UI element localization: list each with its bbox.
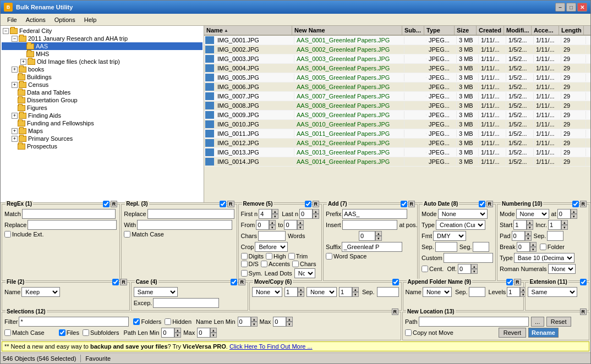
numbering-start-input[interactable]: [513, 220, 527, 230]
remove-non-select[interactable]: Non: [294, 268, 315, 278]
tree-item[interactable]: Dissertation Group: [2, 96, 203, 104]
movecopy-num2-input[interactable]: [339, 287, 352, 297]
selections-namelen-max-down[interactable]: ▾: [286, 322, 293, 327]
newlocation-browse-button[interactable]: ...: [531, 317, 544, 327]
remove-digits-checkbox[interactable]: [241, 253, 248, 260]
movecopy-num2-down[interactable]: ▾: [352, 292, 359, 297]
tree-item[interactable]: Funding and Fellowships: [2, 119, 203, 127]
minimize-button[interactable]: –: [555, 3, 565, 12]
movecopy-num2-up[interactable]: ▴: [352, 287, 359, 292]
replace-with-input[interactable]: [137, 220, 232, 230]
regex-replace-input[interactable]: [28, 220, 117, 230]
appendfolder-sep-input[interactable]: [469, 287, 485, 297]
newlocation-rename-button[interactable]: Rename: [528, 328, 559, 338]
autodate-mode-select[interactable]: None Prefix Suffix Insert: [438, 209, 488, 219]
remove-crop-select[interactable]: Before After: [255, 242, 288, 252]
selections-namelen-min-down[interactable]: ▾: [251, 322, 258, 327]
autodate-off-down[interactable]: ▾: [471, 269, 478, 274]
newlocation-r-button[interactable]: R: [580, 308, 587, 315]
table-row[interactable]: IMG_0001.JPG AAS_0001_Greenleaf Papers.J…: [204, 36, 590, 45]
remove-enabled-checkbox[interactable]: [305, 201, 311, 207]
numbering-incr-down[interactable]: ▾: [561, 225, 568, 230]
movecopy-mode2-select[interactable]: None: [307, 287, 337, 297]
appendfolder-enabled-checkbox[interactable]: [506, 279, 513, 285]
autodate-type-select[interactable]: Creation (Cur... Modified Accessed: [436, 220, 485, 230]
maximize-button[interactable]: □: [566, 3, 576, 12]
autodate-off-input[interactable]: [458, 264, 471, 274]
menu-help[interactable]: Help: [80, 15, 101, 24]
col-header-created[interactable]: Created: [477, 26, 504, 35]
add-prefix-input[interactable]: [342, 209, 407, 219]
remove-lastn-down[interactable]: ▾: [313, 214, 319, 219]
numbering-type-select[interactable]: Base 10 (Decimal) Base 8 (Octal) Base 16…: [514, 253, 574, 263]
table-row[interactable]: IMG_0005.JPG AAS_0005_Greenleaf Papers.J…: [204, 73, 590, 82]
selections-pathlen-min-input[interactable]: [161, 328, 174, 338]
remove-trim-checkbox[interactable]: [288, 253, 295, 260]
tree-item[interactable]: + Census: [2, 81, 203, 89]
col-header-sub[interactable]: Sub...: [402, 26, 424, 35]
regex-match-input[interactable]: [22, 209, 116, 219]
tree-item[interactable]: Buildings: [2, 73, 203, 81]
autodate-fmt-select[interactable]: DMY MDY YMD: [433, 231, 466, 241]
remove-firstn-input[interactable]: [259, 209, 272, 219]
selections-hidden-checkbox[interactable]: [165, 318, 171, 325]
remove-high-checkbox[interactable]: [266, 253, 272, 260]
selections-pathlen-max-down[interactable]: ▾: [210, 333, 217, 338]
remove-ds-checkbox[interactable]: [241, 261, 248, 267]
case-select[interactable]: Same Upper Lower Title Sentence: [134, 287, 178, 297]
table-row[interactable]: IMG_0004.JPG AAS_0004_Greenleaf Papers.J…: [204, 64, 590, 73]
tree-item[interactable]: Figures: [2, 104, 203, 112]
tree-item[interactable]: Data and Tables: [2, 89, 203, 96]
remove-to-input[interactable]: [284, 220, 297, 230]
table-row[interactable]: IMG_0012.JPG AAS_0012_Greenleaf Papers.J…: [204, 139, 590, 148]
selections-namelen-min-up[interactable]: ▴: [251, 317, 258, 322]
add-enabled-checkbox[interactable]: [401, 201, 407, 207]
tree-expand-icon[interactable]: +: [12, 67, 18, 73]
tree-item[interactable]: + Primary Sources: [2, 135, 203, 142]
table-row[interactable]: IMG_0010.JPG AAS_0010_Greenleaf Papers.J…: [204, 120, 590, 129]
remove-firstn-down[interactable]: ▾: [272, 214, 278, 219]
movecopy-num1-input[interactable]: [284, 287, 298, 297]
numbering-start-down[interactable]: ▾: [527, 225, 533, 230]
numbering-pad-input[interactable]: [512, 231, 525, 241]
table-row[interactable]: IMG_0014.JPG AAS_0014_Greenleaf Papers.J…: [204, 157, 590, 167]
col-header-name[interactable]: Name ▲: [204, 26, 292, 35]
newlocation-copynotmove-checkbox[interactable]: [405, 329, 412, 336]
menu-options[interactable]: Options: [50, 15, 80, 24]
selections-pathlen-min-up[interactable]: ▴: [174, 328, 181, 333]
tree-item[interactable]: MHS: [2, 50, 203, 58]
remove-accents-checkbox[interactable]: [261, 261, 267, 267]
tree-item[interactable]: − 2011 January Research and AHA trip: [2, 35, 203, 42]
numbering-at-input[interactable]: [557, 209, 571, 219]
selections-r-button[interactable]: R: [392, 308, 399, 315]
autodate-off-up[interactable]: ▴: [471, 264, 478, 269]
numbering-enabled-checkbox[interactable]: [572, 201, 579, 207]
close-button[interactable]: ✕: [577, 3, 587, 12]
numbering-folder-checkbox[interactable]: [540, 244, 546, 250]
tree-expand-icon[interactable]: −: [3, 28, 9, 34]
numbering-break-input[interactable]: [517, 242, 530, 252]
case-enabled-checkbox[interactable]: [231, 279, 237, 285]
table-row[interactable]: IMG_0006.JPG AAS_0006_Greenleaf Papers.J…: [204, 82, 590, 92]
numbering-sep-input[interactable]: [547, 231, 563, 241]
add-insert-input[interactable]: [342, 220, 397, 230]
remove-lastn-input[interactable]: [299, 209, 313, 219]
table-row[interactable]: IMG_0013.JPG AAS_0013_Greenleaf Papers.J…: [204, 148, 590, 157]
selections-filter-input[interactable]: [19, 317, 129, 327]
add-wordspace-checkbox[interactable]: [326, 253, 332, 260]
remove-chars-input[interactable]: [258, 231, 286, 241]
col-header-type[interactable]: Type: [424, 26, 455, 35]
tree-expand-icon[interactable]: −: [12, 36, 18, 42]
remove-r-button[interactable]: R: [313, 201, 320, 207]
autodate-cent-checkbox[interactable]: [422, 266, 428, 272]
extension-enabled-checkbox[interactable]: [580, 279, 587, 285]
menu-actions[interactable]: Actions: [21, 15, 50, 24]
ad-notice-link[interactable]: Click Here To Find Out More ...: [229, 343, 313, 350]
col-header-newname[interactable]: New Name: [292, 26, 402, 35]
numbering-pad-up[interactable]: ▴: [525, 231, 532, 236]
replace-replace-input[interactable]: [147, 209, 234, 219]
remove-to-up[interactable]: ▴: [297, 220, 304, 225]
remove-sym-checkbox[interactable]: [241, 270, 248, 277]
add-atpos-down[interactable]: ▾: [375, 236, 382, 241]
file2-r-button[interactable]: R: [120, 279, 127, 285]
